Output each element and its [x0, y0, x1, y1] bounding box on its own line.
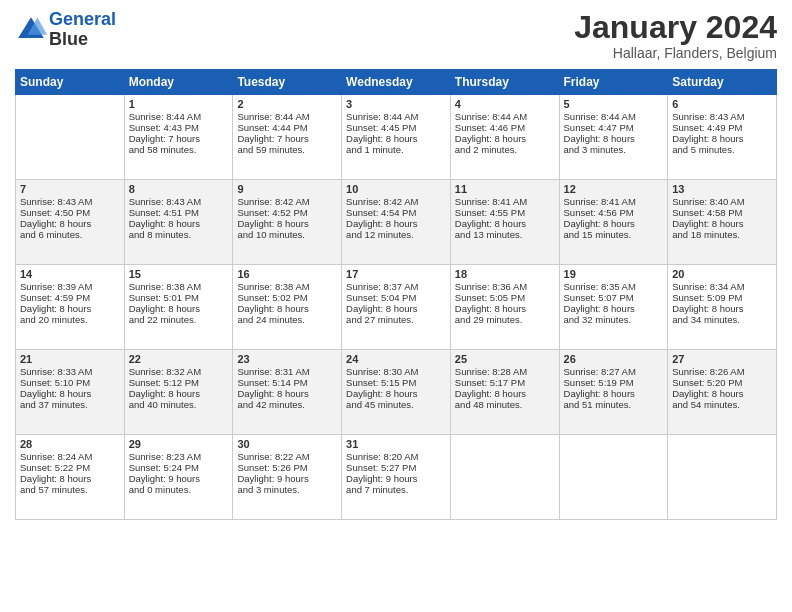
day-info: Sunset: 4:54 PM — [346, 207, 446, 218]
day-info: Daylight: 8 hours — [20, 303, 120, 314]
day-info: Sunset: 5:26 PM — [237, 462, 337, 473]
calendar-cell: 18Sunrise: 8:36 AMSunset: 5:05 PMDayligh… — [450, 265, 559, 350]
calendar-cell: 22Sunrise: 8:32 AMSunset: 5:12 PMDayligh… — [124, 350, 233, 435]
day-info: Sunset: 4:59 PM — [20, 292, 120, 303]
day-number: 1 — [129, 98, 229, 110]
day-info: and 1 minute. — [346, 144, 446, 155]
day-info: and 40 minutes. — [129, 399, 229, 410]
calendar-cell: 27Sunrise: 8:26 AMSunset: 5:20 PMDayligh… — [668, 350, 777, 435]
day-info: Sunrise: 8:41 AM — [564, 196, 664, 207]
day-info: Daylight: 8 hours — [20, 218, 120, 229]
calendar-week-row: 28Sunrise: 8:24 AMSunset: 5:22 PMDayligh… — [16, 435, 777, 520]
day-info: Daylight: 8 hours — [672, 303, 772, 314]
calendar-week-row: 1Sunrise: 8:44 AMSunset: 4:43 PMDaylight… — [16, 95, 777, 180]
day-number: 29 — [129, 438, 229, 450]
day-info: Daylight: 8 hours — [129, 218, 229, 229]
day-number: 30 — [237, 438, 337, 450]
day-info: and 20 minutes. — [20, 314, 120, 325]
day-number: 18 — [455, 268, 555, 280]
logo-icon — [15, 14, 47, 46]
calendar-cell: 17Sunrise: 8:37 AMSunset: 5:04 PMDayligh… — [342, 265, 451, 350]
day-info: Daylight: 8 hours — [455, 303, 555, 314]
logo: General Blue — [15, 10, 116, 50]
day-info: and 27 minutes. — [346, 314, 446, 325]
day-info: Sunset: 5:15 PM — [346, 377, 446, 388]
day-number: 26 — [564, 353, 664, 365]
day-info: Sunset: 5:27 PM — [346, 462, 446, 473]
day-info: Sunrise: 8:27 AM — [564, 366, 664, 377]
logo-text: General Blue — [49, 10, 116, 50]
day-number: 20 — [672, 268, 772, 280]
day-info: Daylight: 8 hours — [455, 388, 555, 399]
day-info: Sunrise: 8:30 AM — [346, 366, 446, 377]
day-info: and 10 minutes. — [237, 229, 337, 240]
day-info: Sunset: 4:51 PM — [129, 207, 229, 218]
day-info: and 0 minutes. — [129, 484, 229, 495]
calendar-week-row: 14Sunrise: 8:39 AMSunset: 4:59 PMDayligh… — [16, 265, 777, 350]
calendar-cell — [559, 435, 668, 520]
day-info: Sunrise: 8:43 AM — [20, 196, 120, 207]
day-number: 5 — [564, 98, 664, 110]
day-info: Sunset: 5:14 PM — [237, 377, 337, 388]
calendar-cell — [16, 95, 125, 180]
day-number: 14 — [20, 268, 120, 280]
day-info: Sunrise: 8:42 AM — [346, 196, 446, 207]
day-info: and 2 minutes. — [455, 144, 555, 155]
calendar-cell — [668, 435, 777, 520]
day-info: and 34 minutes. — [672, 314, 772, 325]
month-title: January 2024 — [574, 10, 777, 45]
day-info: Sunset: 4:58 PM — [672, 207, 772, 218]
day-info: and 13 minutes. — [455, 229, 555, 240]
page-header: General Blue January 2024 Hallaar, Fland… — [15, 10, 777, 61]
day-number: 12 — [564, 183, 664, 195]
day-info: Sunset: 5:07 PM — [564, 292, 664, 303]
day-info: Sunrise: 8:44 AM — [129, 111, 229, 122]
day-info: Sunset: 5:10 PM — [20, 377, 120, 388]
calendar-cell: 23Sunrise: 8:31 AMSunset: 5:14 PMDayligh… — [233, 350, 342, 435]
day-info: Sunrise: 8:44 AM — [346, 111, 446, 122]
day-info: Daylight: 8 hours — [455, 133, 555, 144]
day-info: Sunset: 4:55 PM — [455, 207, 555, 218]
day-info: Daylight: 8 hours — [455, 218, 555, 229]
day-info: Sunrise: 8:35 AM — [564, 281, 664, 292]
header-cell-wednesday: Wednesday — [342, 70, 451, 95]
day-number: 23 — [237, 353, 337, 365]
day-info: Sunset: 4:47 PM — [564, 122, 664, 133]
day-number: 22 — [129, 353, 229, 365]
day-info: Sunset: 5:20 PM — [672, 377, 772, 388]
day-number: 28 — [20, 438, 120, 450]
calendar-week-row: 21Sunrise: 8:33 AMSunset: 5:10 PMDayligh… — [16, 350, 777, 435]
day-info: Sunrise: 8:38 AM — [237, 281, 337, 292]
location: Hallaar, Flanders, Belgium — [574, 45, 777, 61]
day-info: Sunrise: 8:34 AM — [672, 281, 772, 292]
day-info: Sunrise: 8:43 AM — [672, 111, 772, 122]
day-info: Sunset: 5:17 PM — [455, 377, 555, 388]
day-info: Sunset: 5:22 PM — [20, 462, 120, 473]
day-info: and 37 minutes. — [20, 399, 120, 410]
day-info: and 42 minutes. — [237, 399, 337, 410]
day-info: Sunset: 5:04 PM — [346, 292, 446, 303]
day-info: Daylight: 8 hours — [672, 133, 772, 144]
day-info: Sunrise: 8:28 AM — [455, 366, 555, 377]
calendar-cell: 30Sunrise: 8:22 AMSunset: 5:26 PMDayligh… — [233, 435, 342, 520]
day-info: and 8 minutes. — [129, 229, 229, 240]
day-number: 31 — [346, 438, 446, 450]
calendar-cell: 26Sunrise: 8:27 AMSunset: 5:19 PMDayligh… — [559, 350, 668, 435]
day-info: Daylight: 8 hours — [564, 133, 664, 144]
day-info: and 7 minutes. — [346, 484, 446, 495]
calendar-cell: 9Sunrise: 8:42 AMSunset: 4:52 PMDaylight… — [233, 180, 342, 265]
day-info: Sunset: 5:02 PM — [237, 292, 337, 303]
calendar-table: SundayMondayTuesdayWednesdayThursdayFrid… — [15, 69, 777, 520]
day-number: 21 — [20, 353, 120, 365]
day-info: Sunrise: 8:43 AM — [129, 196, 229, 207]
calendar-body: 1Sunrise: 8:44 AMSunset: 4:43 PMDaylight… — [16, 95, 777, 520]
day-info: Daylight: 8 hours — [672, 218, 772, 229]
calendar-cell: 12Sunrise: 8:41 AMSunset: 4:56 PMDayligh… — [559, 180, 668, 265]
day-info: Sunset: 5:24 PM — [129, 462, 229, 473]
calendar-cell: 10Sunrise: 8:42 AMSunset: 4:54 PMDayligh… — [342, 180, 451, 265]
day-info: Sunrise: 8:40 AM — [672, 196, 772, 207]
day-info: Daylight: 7 hours — [237, 133, 337, 144]
day-info: Sunrise: 8:44 AM — [455, 111, 555, 122]
day-info: Sunrise: 8:36 AM — [455, 281, 555, 292]
calendar-cell: 7Sunrise: 8:43 AMSunset: 4:50 PMDaylight… — [16, 180, 125, 265]
